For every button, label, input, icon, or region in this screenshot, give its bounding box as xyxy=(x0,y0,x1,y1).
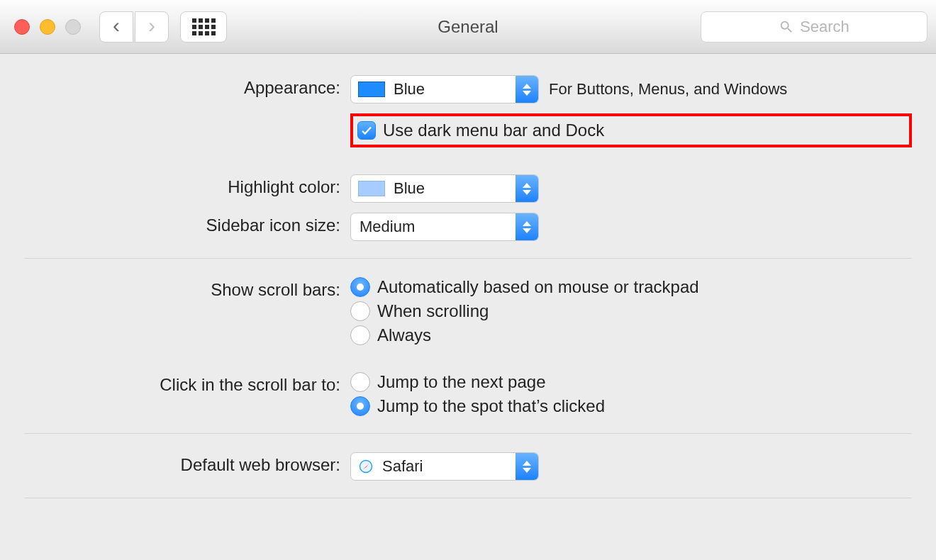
appearance-popup[interactable]: Blue xyxy=(350,75,539,103)
preferences-body: Appearance: Blue For Buttons, Menus, and… xyxy=(0,54,936,498)
grid-icon xyxy=(192,18,216,35)
scrollbars-label: Show scroll bars: xyxy=(24,277,350,300)
click-scroll-next-label: Jump to the next page xyxy=(377,372,546,392)
scrollbars-auto-radio[interactable] xyxy=(350,277,370,297)
dark-menu-checkbox[interactable] xyxy=(357,121,376,140)
scrollbars-when-radio[interactable] xyxy=(350,301,370,321)
click-scroll-spot-label: Jump to the spot that’s clicked xyxy=(377,396,605,416)
color-swatch-icon xyxy=(358,82,385,97)
appearance-value: Blue xyxy=(392,80,516,99)
close-window-button[interactable] xyxy=(14,19,30,35)
click-scroll-spot-radio[interactable] xyxy=(350,396,370,416)
back-button[interactable]: ‹ xyxy=(99,11,133,43)
popup-arrows-icon xyxy=(516,213,538,240)
zoom-window-button xyxy=(65,19,81,35)
scrollbars-always-radio[interactable] xyxy=(350,325,370,345)
appearance-helper: For Buttons, Menus, and Windows xyxy=(549,80,787,99)
scrollbars-always-label: Always xyxy=(377,325,431,345)
window-controls xyxy=(14,19,81,35)
search-icon xyxy=(779,19,794,35)
search-input[interactable]: Search xyxy=(701,11,927,43)
scrollbars-when-label: When scrolling xyxy=(377,301,489,321)
minimize-window-button[interactable] xyxy=(40,19,55,35)
popup-arrows-icon xyxy=(516,175,538,202)
popup-arrows-icon xyxy=(516,76,538,103)
search-placeholder: Search xyxy=(800,18,849,36)
sidebar-icon-value: Medium xyxy=(351,218,516,236)
sidebar-icon-popup[interactable]: Medium xyxy=(350,213,539,241)
chevron-left-icon: ‹ xyxy=(113,15,120,36)
annotation-highlight: Use dark menu bar and Dock xyxy=(350,113,912,147)
highlight-popup[interactable]: Blue xyxy=(350,174,539,203)
browser-label: Default web browser: xyxy=(24,452,350,475)
scrollbars-auto-label: Automatically based on mouse or trackpad xyxy=(377,277,699,297)
highlight-label: Highlight color: xyxy=(24,174,350,197)
dark-menu-label: Use dark menu bar and Dock xyxy=(383,121,604,140)
forward-button: › xyxy=(135,11,169,43)
checkmark-icon xyxy=(360,124,373,137)
highlight-value: Blue xyxy=(392,179,516,198)
divider xyxy=(24,258,912,259)
titlebar: ‹ › General Search xyxy=(0,0,936,54)
color-swatch-icon xyxy=(358,181,385,196)
system-preferences-window: ‹ › General Search Appearance: xyxy=(0,0,936,498)
nav-buttons: ‹ › xyxy=(99,11,169,43)
browser-value: Safari xyxy=(381,457,516,476)
click-scroll-label: Click in the scroll bar to: xyxy=(24,372,350,395)
show-all-button[interactable] xyxy=(180,11,227,43)
safari-icon xyxy=(358,459,374,474)
divider xyxy=(24,433,912,434)
sidebar-icon-label: Sidebar icon size: xyxy=(24,213,350,235)
appearance-label: Appearance: xyxy=(24,75,350,98)
divider xyxy=(24,498,912,498)
chevron-right-icon: › xyxy=(148,15,155,36)
click-scroll-next-radio[interactable] xyxy=(350,372,370,392)
browser-popup[interactable]: Safari xyxy=(350,452,539,481)
popup-arrows-icon xyxy=(516,453,538,480)
